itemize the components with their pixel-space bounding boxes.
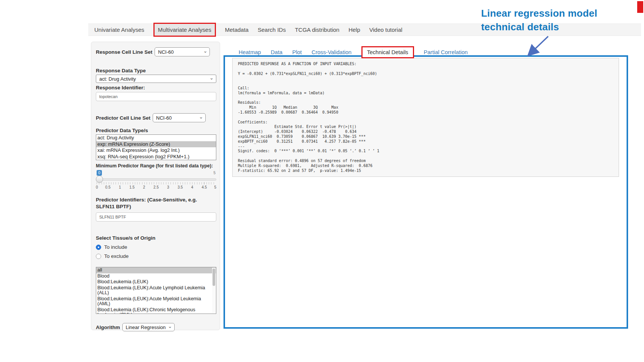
tick-label: 1.5 bbox=[129, 185, 134, 189]
tissue-listbox: all Blood Blood:Leukemia (LEUK) Blood:Le… bbox=[96, 267, 216, 314]
predictor-cell-line-set-label: Predictor Cell Line Set bbox=[96, 115, 150, 121]
nav-help[interactable]: Help bbox=[349, 27, 360, 33]
algorithm-value: Linear Regression bbox=[126, 325, 166, 330]
algorithm-row: Algorithm Linear Regression ⌄ bbox=[96, 323, 216, 331]
control-sidebar: Response Cell Line Set NCI-60 ⌄ Response… bbox=[91, 42, 220, 330]
tab-data[interactable]: Data bbox=[271, 49, 283, 55]
annotation-arrow-icon bbox=[521, 33, 555, 60]
tick-label: 4 bbox=[191, 185, 194, 189]
listbox-option[interactable]: xai: mRNA Expression (Avg. log2 Int.) bbox=[96, 147, 216, 154]
chevron-down-icon: ⌄ bbox=[199, 115, 203, 119]
nav-search-ids[interactable]: Search IDs bbox=[258, 27, 286, 33]
chevron-down-icon: ⌄ bbox=[203, 49, 207, 53]
tick-label: 0 bbox=[96, 185, 98, 189]
chevron-down-icon: ⌄ bbox=[209, 76, 214, 80]
tab-technical-details[interactable]: Technical Details bbox=[361, 46, 414, 58]
nav-video-tutorial[interactable]: Video tutorial bbox=[369, 27, 402, 33]
annotation-title-line1: Linear regression model bbox=[481, 8, 597, 19]
cropped-red-annotation bbox=[637, 1, 643, 13]
predictor-data-types-label: Predictor Data Type/s bbox=[96, 128, 216, 133]
nav-metadata[interactable]: Metadata bbox=[225, 27, 249, 33]
predictor-cell-line-set-row: Predictor Cell Line Set NCI-60 ⌄ bbox=[96, 113, 216, 122]
predictor-cell-line-set-value: NCI-60 bbox=[156, 115, 172, 121]
algorithm-select[interactable]: Linear Regression ⌄ bbox=[122, 323, 175, 331]
algorithm-label: Algorithm bbox=[96, 325, 120, 330]
nav-multivariate-analyses[interactable]: Multivariate Analyses bbox=[153, 23, 216, 37]
result-tabs: Heatmap Data Plot Cross-Validation Techn… bbox=[239, 46, 468, 58]
response-cell-line-set-label: Response Cell Line Set bbox=[96, 49, 152, 55]
tick-label: 5 bbox=[214, 185, 216, 189]
predictor-identifiers-input[interactable] bbox=[96, 212, 216, 222]
radio-selected-icon bbox=[96, 245, 101, 250]
response-data-type-label: Response Data Type bbox=[96, 68, 216, 73]
tick-label: 0.5 bbox=[105, 185, 111, 189]
response-identifier-label: Response Identifier: bbox=[96, 85, 216, 90]
chevron-down-icon: ⌄ bbox=[168, 325, 172, 328]
technical-details-panel: PREDICTED RESPONSE AS A FUNCTION OF INPU… bbox=[224, 55, 628, 329]
tab-partial-correlation[interactable]: Partial Correlation bbox=[424, 49, 468, 55]
tick-label: 3.5 bbox=[178, 185, 183, 189]
radio-to-include-label: To include bbox=[104, 244, 127, 250]
response-cell-line-set-value: NCI-60 bbox=[158, 49, 174, 55]
nav-univariate-analyses[interactable]: Univariate Analyses bbox=[94, 27, 144, 33]
radio-to-include[interactable]: To include bbox=[96, 244, 216, 250]
listbox-option-selected[interactable]: exp: mRNA Expression (Z-Score) bbox=[96, 141, 216, 148]
min-predictor-range-label: Minimum Predictor Range (for first liste… bbox=[96, 163, 216, 169]
listbox-option[interactable]: Blood:Leukemia (LEUK) bbox=[96, 279, 216, 285]
slider-max-label: 5 bbox=[213, 171, 216, 175]
response-data-type-value: act: Drug Activity bbox=[99, 76, 136, 82]
slider-tick-labels: 0 0.5 1 1.5 2 2.5 3 3.5 4 4.5 5 bbox=[96, 185, 216, 190]
listbox-option[interactable]: xsq: RNA-seq Expression (log2 FPKM+1.) bbox=[96, 154, 216, 160]
slider-tick-marks bbox=[97, 182, 216, 184]
model-summary-box: PREDICTED RESPONSE AS A FUNCTION OF INPU… bbox=[232, 58, 619, 177]
annotation-title-line2: technical details bbox=[481, 21, 559, 33]
nav-tcga-distribution[interactable]: TCGA distribution bbox=[295, 27, 339, 33]
tick-label: 1 bbox=[119, 185, 121, 189]
tab-cross-validation[interactable]: Cross-Validation bbox=[311, 49, 351, 55]
tab-plot[interactable]: Plot bbox=[292, 49, 302, 55]
predictor-cell-line-set-select[interactable]: NCI-60 ⌄ bbox=[153, 113, 206, 122]
response-data-type-select[interactable]: act: Drug Activity ⌄ bbox=[96, 75, 216, 83]
response-identifier-input[interactable] bbox=[96, 92, 216, 101]
listbox-scrollbar[interactable] bbox=[212, 268, 216, 313]
listbox-option-selected[interactable]: all bbox=[96, 267, 216, 273]
radio-unselected-icon bbox=[96, 254, 101, 259]
predictor-identifiers-label: Predictor Identifiers: (Case-Sensitive, … bbox=[96, 197, 209, 210]
min-predictor-range-slider: 0 5 0 0.5 1 1.5 2 2.5 3 3.5 4 4.5 5 bbox=[96, 170, 216, 193]
tissue-origin-label: Select Tissue/s of Origin bbox=[96, 235, 216, 241]
scrollbar-thumb[interactable] bbox=[213, 268, 215, 286]
tab-heatmap[interactable]: Heatmap bbox=[239, 49, 261, 55]
listbox-option[interactable]: Blood:Leukemia (LEUK):Chronic Myelogenou… bbox=[96, 307, 216, 314]
page: Linear regression model technical detail… bbox=[0, 0, 644, 362]
listbox-option[interactable]: act: Drug Activity bbox=[96, 135, 216, 141]
tick-label: 3 bbox=[167, 185, 169, 189]
listbox-option[interactable]: Blood:Leukemia (LEUK):Acute Lymphoid Leu… bbox=[96, 285, 216, 296]
slider-track[interactable] bbox=[96, 178, 216, 181]
tick-label: 2.5 bbox=[153, 185, 159, 189]
tick-label: 4.5 bbox=[202, 185, 207, 189]
response-cell-line-set-select[interactable]: NCI-60 ⌄ bbox=[155, 47, 210, 56]
listbox-option[interactable]: Blood:Leukemia (LEUK):Acute Myeloid Leuk… bbox=[96, 296, 216, 307]
slider-value-badge: 0 bbox=[97, 170, 102, 176]
tick-label: 2 bbox=[143, 185, 145, 189]
predictor-data-types-listbox: act: Drug Activity exp: mRNA Expression … bbox=[96, 134, 216, 160]
radio-to-exclude[interactable]: To exclude bbox=[96, 253, 216, 259]
listbox-option[interactable]: Blood bbox=[96, 273, 216, 279]
response-cell-line-set-row: Response Cell Line Set NCI-60 ⌄ bbox=[96, 47, 216, 56]
model-summary-text: PREDICTED RESPONSE AS A FUNCTION OF INPU… bbox=[238, 62, 613, 173]
radio-to-exclude-label: To exclude bbox=[104, 253, 129, 259]
